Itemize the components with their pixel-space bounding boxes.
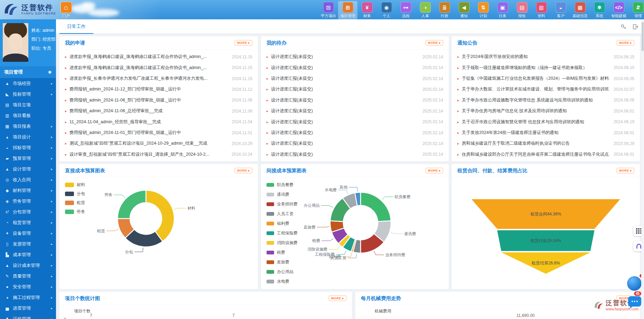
list-item[interactable]: ▸关于2024年国庆节放假安排的通知2024.06.15 (452, 51, 640, 62)
sidebar-item-17[interactable]: ▲设计成本管理▸ (0, 260, 56, 271)
list-item[interactable]: ▸设计进度汇报(未提交)2025.02.14 (261, 95, 449, 106)
sidebar-item-2[interactable]: ▤项目立项 (0, 99, 56, 110)
list-item[interactable]: ▸关于举办大数据、云计算技术在城市建设、规划、管理与服务中的应用培训班...20… (452, 84, 640, 95)
sidebar-section-header[interactable]: 项目管理 ✱ (0, 66, 56, 78)
sidebar-item-1[interactable]: ◣投标管理▸ (0, 89, 56, 99)
toolbar-item-3[interactable]: ◉个人 (377, 1, 396, 19)
list-item[interactable]: ▸关于发放2024年第24批一级建造师注册证书的通知2024.06.01 (452, 127, 640, 138)
more-button-my-todos[interactable]: MORE ▸ (426, 40, 443, 46)
list-item[interactable]: ▸费用报销_admin_2024-11-06_总经理审批__完成2024.11.… (59, 106, 258, 116)
list-item[interactable]: ▸进度款申报_长春市伊通河水力发电厂改建工程_长春市伊通河水力发电...2024… (59, 73, 258, 84)
list-item[interactable]: ▸费用报销_admin_2024-11-12_部门经理审批_胡建,_运行中202… (59, 84, 258, 95)
label-line (382, 197, 393, 200)
more-button-project-count[interactable]: MORE ▸ (329, 296, 346, 301)
list-item[interactable]: ▸关于召开市政公用设施智慧化管理 信息技术与应用培训班的通知2024.06.19 (452, 116, 640, 127)
chat-button[interactable] (628, 296, 641, 307)
sidebar-item-15[interactable]: ▯发票管理▸ (0, 239, 56, 249)
sidebar-item-8[interactable]: ▲设计管理▸ (0, 164, 56, 174)
sidebar-item-9[interactable]: ◎收入合同▸ (0, 174, 56, 185)
scrollbar-track[interactable] (641, 19, 644, 319)
list-item[interactable]: ▸进度款申报_珠海鹤港口建设_珠海鹤港口建设工程合作协议书_admin_...2… (59, 62, 258, 73)
toolbar-item-14[interactable]: ✱系统 (590, 1, 609, 19)
sidebar-item-3[interactable]: ▥项目看板 (0, 110, 56, 121)
list-item[interactable]: ▸设计进度汇报(未提交)2025.02.14 (261, 62, 449, 73)
sidebar-item-22[interactable]: ▮证件管理▸ (0, 313, 56, 319)
toolbar-item-5[interactable]: ◑人事 (416, 1, 435, 19)
toolbar-item-16[interactable]: ⇵管理 (628, 1, 644, 19)
sidebar-item-10[interactable]: ◆材料管理▸ (0, 185, 56, 196)
toolbar-label: 项目管理 (338, 13, 357, 19)
chevron-right-icon: ▸ (51, 253, 53, 257)
toolbar-item-12[interactable]: ◒客户 (551, 1, 570, 19)
toolbar-item-8[interactable]: ⇅计划 (474, 1, 493, 19)
sidebar-item-14[interactable]: ✦设备管理▸ (0, 228, 56, 239)
toolbar-item-4[interactable]: ⊶流程 (396, 1, 416, 19)
password-key-icon[interactable] (620, 24, 626, 30)
list-item[interactable]: ▸设计进度汇报(未提交)2025.02.14 (261, 138, 449, 149)
list-item[interactable]: ▸关于举办市政公用设施数字化管理信息 系统建设与应用培训班的通知2024.06.… (452, 95, 640, 106)
list-item[interactable]: ▸11_2024-11-04_admin_经营部_领导审批__完成2024.11… (59, 116, 258, 127)
list-item-text: 设计进度汇报(未提交) (271, 86, 418, 92)
toolbar-item-1[interactable]: ⊞项目管理 (338, 1, 357, 19)
scrollbar-thumb[interactable] (642, 22, 644, 51)
logout-icon[interactable] (633, 24, 638, 30)
bullet-icon: ▸ (457, 153, 459, 156)
sidebar-item-0[interactable]: ▲市场经营▸ (0, 78, 56, 89)
logo-subtitle: FANPU SOFTWARE (21, 12, 56, 15)
tab-daily-work[interactable]: 日常工作 (59, 19, 93, 34)
list-item[interactable]: ▸住房和城乡建设部办公厅关于同意吉林省开展二级建造师注册证书电子化试点...20… (452, 149, 640, 160)
list-item-text: 设计进度汇报(未提交) (271, 97, 418, 103)
sidebar-item-6[interactable]: ◒招标管理▸ (0, 142, 56, 153)
sidebar-item-18[interactable]: ✎质量管理▸ (0, 271, 56, 281)
sidebar-item-16[interactable]: ▙成本管理▸ (0, 249, 56, 260)
bullet-icon: ▸ (65, 120, 67, 124)
sidebar-item-19[interactable]: ●安全管理▸ (0, 281, 56, 292)
more-button-lease-funnel[interactable]: MORE ▸ (617, 168, 634, 173)
qq-service-button[interactable] (627, 276, 642, 291)
toolbar-item-13[interactable]: ▦基础信息 (570, 1, 590, 19)
more-button-notices[interactable]: MORE ▸ (617, 40, 634, 46)
list-item[interactable]: ▸设计进度汇报(未提交)2025.02.14 (261, 127, 449, 138)
toolbar-item-2[interactable]: ¥财务 (357, 1, 377, 19)
list-item[interactable]: ▸房和城乡建设厅关于取消二级建造师临时执业证书的公告2023.08.29 (452, 138, 640, 149)
sidebar-item-11[interactable]: ◈劳务管理▸ (0, 196, 56, 206)
legend-item: 职员餐费 (267, 182, 298, 188)
toolbar-item-10[interactable]: ▤报告 (512, 1, 532, 19)
gear-icon[interactable]: ✱ (48, 70, 52, 75)
sidebar-item-4[interactable]: ▦项目报表▸ (0, 121, 56, 132)
toolbar-item-0[interactable]: ⊡甲方项目 (319, 1, 338, 19)
list-item[interactable]: ▸设计进度汇报(未提交)2025.02.14 (261, 73, 449, 84)
more-button-my-requests[interactable]: MORE ▸ (235, 40, 252, 46)
list-item[interactable]: ▸设计审查_彭祖新城"四馆"景观工程设计项目_请选择_胡产生_2024-10-2… (59, 149, 258, 160)
portal-button[interactable]: ⌂ 门户 (58, 2, 74, 19)
list-item[interactable]: ▸设计进度汇报(未提交)2025.02.14 (261, 149, 449, 160)
list-item[interactable]: ▸设计进度汇报(未提交)2025.02.14 (261, 84, 449, 95)
sidebar-item-5[interactable]: ▴项目设计▸ (0, 132, 56, 142)
toolbar-item-7[interactable]: ◀通知 (454, 1, 474, 19)
toolbar-item-9[interactable]: ▣任务 (493, 1, 512, 19)
panel-lease-funnel-chart: 租赁合同、付款、结算费用占比 MORE ▸ 租赁合同44.36%租赁付款29.0… (452, 164, 640, 289)
list-item-date: 2024.02.07 (614, 87, 634, 92)
list-item[interactable]: ▸进度款申报_珠海鹤港口建设_珠海鹤港口建设工程合作协议书_admin_...2… (59, 51, 258, 62)
project-count-point-label: 7 (90, 313, 92, 318)
list-item[interactable]: ▸费用报销_admin_2024-11-01_部门经理审批_胡建,_运行中202… (59, 127, 258, 138)
list-item[interactable]: ▸关于领取一级注册建造师增项贴的通知（须持一建证书前来领取）2024.06.10 (452, 62, 640, 73)
sidebar-item-21[interactable]: ▅进度管理▸ (0, 303, 56, 313)
sidebar-item-7[interactable]: ▰预算管理▸ (0, 153, 56, 164)
more-button-direct-cost[interactable]: MORE ▸ (235, 168, 252, 173)
list-item[interactable]: ▸关于举办住房与房地产信息化 技术及应用培训班的通知2024.06.01 (452, 106, 640, 116)
sidebar-item-12[interactable]: x²分包管理▸ (0, 206, 56, 217)
sidebar-item-20[interactable]: ◕施工过程管理▸ (0, 292, 56, 303)
list-item[interactable]: ▸设计进度汇报(未提交)2025.02.14 (261, 116, 449, 127)
list-item[interactable]: ▸测试_彭祖新城"四馆"景观工程设计项目_2024-10-29_admin_结束… (59, 138, 258, 149)
toolbar-item-11[interactable]: ▥资料 (532, 1, 551, 19)
list-item[interactable]: ▸设计进度汇报(未提交)2025.02.14 (261, 106, 449, 116)
toolbar-icon-2: ¥ (362, 2, 373, 13)
toolbar-item-6[interactable]: ≣行政 (435, 1, 454, 19)
list-item[interactable]: ▸设计进度汇报(未提交)2025.02.14 (261, 51, 449, 62)
list-item[interactable]: ▸于征集《中国建筑施工行业信息化发展报告（2024）—BIM应用与发展》材料..… (452, 73, 640, 84)
more-button-indirect-cost[interactable]: MORE ▸ (426, 168, 443, 173)
sidebar-item-13[interactable]: ◔租赁管理▸ (0, 217, 56, 228)
list-item[interactable]: ▸费用报销_admin_2024-11-06_部门经理审批_胡建,_运行中202… (59, 95, 258, 106)
toolbar-item-15[interactable]: </>智能建模 (609, 1, 628, 19)
